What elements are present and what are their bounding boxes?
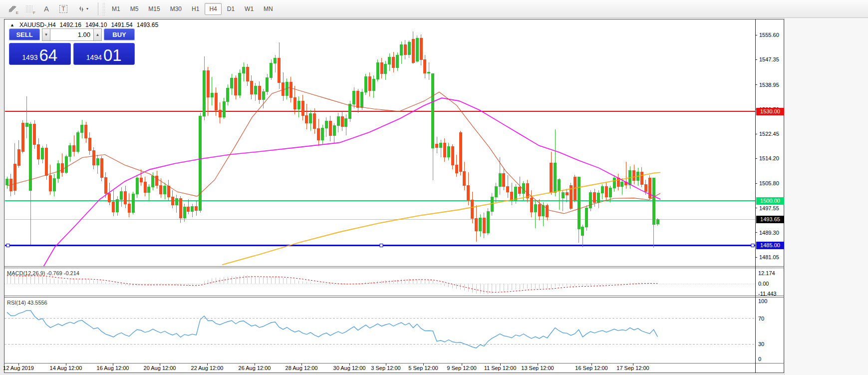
price-badge: 1500.00 <box>756 197 784 205</box>
buy-price-display[interactable]: 1494 01 <box>73 43 135 65</box>
arrows-tool-button[interactable]: ▾ <box>73 2 93 15</box>
price-tick-label: 1497.55 <box>759 205 789 211</box>
timeframe-m5[interactable]: M5 <box>126 3 143 15</box>
macd-scale-label: 0.00 <box>758 281 793 287</box>
collapse-ohlc-icon[interactable]: ▲ <box>10 22 14 27</box>
time-tick-label: 12 Aug 2019 <box>0 365 41 371</box>
text-label-button[interactable]: T <box>56 2 71 15</box>
chart-window[interactable] <box>4 19 784 373</box>
one-click-trading-panel: SELL ▼ ▲ BUY 1493 64 1494 01 <box>9 28 135 65</box>
grid-sub: F <box>33 10 35 15</box>
time-tick-label: 22 Aug 12:00 <box>185 365 230 371</box>
volume-stepper: ▼ ▲ <box>42 28 102 41</box>
rsi-scale-label: 100 <box>758 298 793 304</box>
price-tick-label: 1489.30 <box>759 230 789 236</box>
price-tick-label: 1481.05 <box>759 254 789 260</box>
price-tick-label: 1538.95 <box>759 82 789 88</box>
workspace-background <box>784 18 868 375</box>
grid-icon <box>25 5 34 12</box>
macd-scale-label: 12.174 <box>758 270 793 276</box>
text-icon: A <box>44 4 49 13</box>
price-badge: 1530.00 <box>756 108 784 115</box>
toolbar-separator <box>98 2 98 15</box>
timeframe-d1[interactable]: D1 <box>223 3 239 15</box>
line-studies-button[interactable]: E <box>5 2 20 15</box>
sell-button[interactable]: SELL <box>9 28 40 41</box>
toolbar-drag-handle[interactable] <box>102 2 105 15</box>
time-tick-label: 17 Sep 12:00 <box>610 365 655 371</box>
price-badge: 1493.65 <box>756 216 784 223</box>
time-tick-label: 13 Sep 12:00 <box>515 365 560 371</box>
time-tick-label: 28 Aug 12:00 <box>279 365 324 371</box>
timeframe-m1[interactable]: M1 <box>107 3 125 15</box>
timeframe-m30[interactable]: M30 <box>166 3 186 15</box>
sell-price-main: 1493 <box>22 53 37 61</box>
sell-price-display[interactable]: 1493 64 <box>9 43 71 65</box>
rsi-scale-label: 70 <box>758 316 793 322</box>
buy-price-main: 1494 <box>86 53 102 61</box>
macd-scale-label: -11.443 <box>758 291 793 297</box>
line-studies-sub: E <box>16 10 18 15</box>
text-label-icon: T <box>59 5 67 13</box>
time-tick-label: 14 Aug 12:00 <box>43 365 88 371</box>
volume-input[interactable] <box>50 28 93 41</box>
high-value: 1494.10 <box>85 21 107 28</box>
price-tick-label: 1547.35 <box>759 56 789 62</box>
arrows-caret-icon: ▾ <box>86 6 88 11</box>
top-toolbar: E F A T ▾ M1M5M15M30H1H4D1W1MN <box>0 0 868 18</box>
text-button[interactable]: A <box>39 2 54 15</box>
time-tick-label: 26 Aug 12:00 <box>232 365 277 371</box>
timeframe-group: M1M5M15M30H1H4D1W1MN <box>107 3 278 15</box>
rsi-scale-label: 30 <box>758 341 793 347</box>
timeframe-w1[interactable]: W1 <box>240 3 258 15</box>
price-tick-label: 1514.20 <box>759 155 789 161</box>
price-tick-label: 1555.60 <box>759 32 789 38</box>
rsi-scale-label: 0 <box>758 356 793 362</box>
volume-increase-button[interactable]: ▲ <box>93 28 102 41</box>
time-tick-label: 20 Aug 12:00 <box>137 365 182 371</box>
grid-button[interactable]: F <box>22 2 37 15</box>
price-tick-label: 1505.80 <box>759 180 789 186</box>
buy-button[interactable]: BUY <box>104 28 135 41</box>
time-tick-label: 16 Sep 12:00 <box>569 365 614 371</box>
time-tick-label: 16 Aug 12:00 <box>90 365 135 371</box>
buy-price-pips: 01 <box>103 48 122 63</box>
sell-price-pips: 64 <box>39 48 57 63</box>
macd-label: MACD(12,26,9) -0.769 -0.214 <box>7 270 79 276</box>
low-value: 1491.54 <box>111 21 132 28</box>
price-badge: 1485.00 <box>756 242 784 249</box>
volume-decrease-button[interactable]: ▼ <box>42 28 50 41</box>
symbol-label: XAUUSD-,H4 <box>19 21 56 28</box>
ohlc-readout: ▲ XAUUSD-,H4 1492.16 1494.10 1491.54 149… <box>10 21 158 28</box>
timeframe-mn[interactable]: MN <box>259 3 278 15</box>
price-tick-label: 1522.45 <box>759 131 789 137</box>
close-value: 1493.65 <box>137 21 158 28</box>
rsi-label: RSI(14) 43.5556 <box>7 300 47 306</box>
timeframe-h4[interactable]: H4 <box>205 3 221 15</box>
timeframe-h1[interactable]: H1 <box>187 3 204 15</box>
open-value: 1492.16 <box>60 21 81 28</box>
arrows-icon <box>77 5 85 13</box>
timeframe-m15[interactable]: M15 <box>144 3 164 15</box>
